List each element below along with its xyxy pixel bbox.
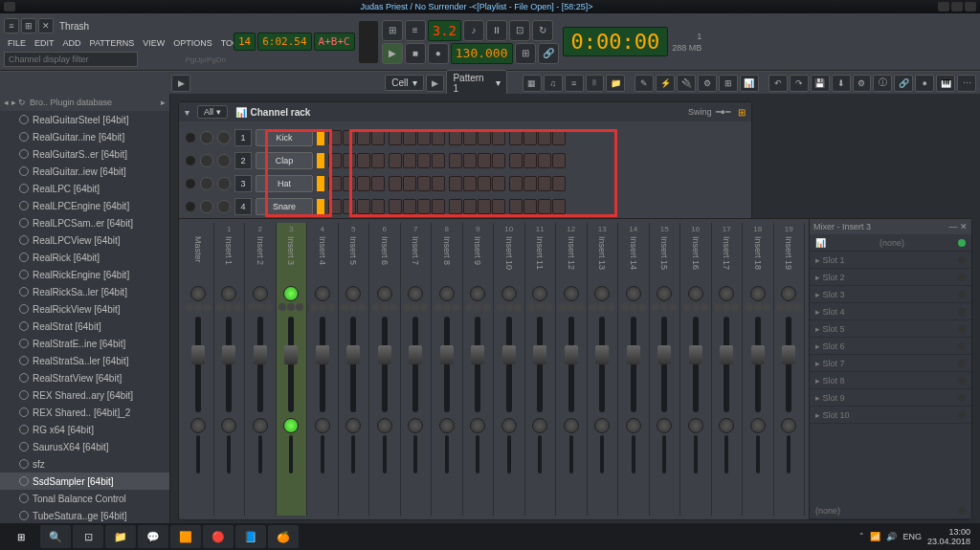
step-cell[interactable] <box>432 153 445 168</box>
step-cell[interactable] <box>552 199 566 214</box>
mixer-track[interactable]: 7Insert 7 <box>401 223 433 516</box>
close-panel-button[interactable]: ✕ <box>38 18 54 33</box>
fader[interactable] <box>475 317 480 412</box>
step-cell[interactable] <box>538 130 551 145</box>
slot-led[interactable] <box>958 411 966 419</box>
slot-led[interactable] <box>958 394 966 402</box>
menu-edit[interactable]: EDIT <box>31 36 58 50</box>
close-icon[interactable] <box>965 2 976 11</box>
mixer-track[interactable]: 2Insert 2 <box>245 223 277 516</box>
browser-item[interactable]: RealRickSa..ler [64bit] <box>0 283 169 300</box>
collapse-button[interactable]: ≡ <box>4 18 19 33</box>
slot-led[interactable] <box>958 325 966 333</box>
fl-icon[interactable]: 🍊 <box>268 525 299 548</box>
channel-number[interactable]: 4 <box>234 198 252 215</box>
step-cell[interactable] <box>449 176 462 191</box>
step-cell[interactable] <box>343 199 356 214</box>
redo-icon[interactable]: ↷ <box>790 75 809 92</box>
tray-date[interactable]: 23.04.2018 <box>927 537 970 546</box>
menu-options[interactable]: OPTIONS <box>169 36 216 50</box>
step-cell[interactable] <box>371 199 385 214</box>
step-cell[interactable] <box>343 130 356 145</box>
fader[interactable] <box>537 317 543 412</box>
mixer-icon[interactable]: ⫴ <box>586 75 605 92</box>
step-cell[interactable] <box>509 176 523 191</box>
opera-icon[interactable]: 🔴 <box>203 525 234 548</box>
mixer-track[interactable]: Master <box>183 223 214 516</box>
tray-time[interactable]: 13:00 <box>927 527 970 537</box>
tool-1-icon[interactable]: ✎ <box>635 75 654 92</box>
send-knob[interactable] <box>253 418 268 433</box>
fx-slot[interactable]: ▸ Slot 5 <box>810 320 971 338</box>
channel-selector[interactable] <box>317 153 324 168</box>
channel-vol-knob[interactable] <box>217 154 231 167</box>
step-cell[interactable] <box>552 176 566 191</box>
fader[interactable] <box>693 317 699 412</box>
fader[interactable] <box>599 317 605 412</box>
channel-pan-knob[interactable] <box>200 131 213 144</box>
fader[interactable] <box>631 317 636 412</box>
browser-item[interactable]: RealStrat [64bit] <box>0 318 169 335</box>
channel-number[interactable]: 1 <box>234 129 252 146</box>
send-knob[interactable] <box>470 418 485 433</box>
lcd-time[interactable]: 6:02.54 <box>257 33 311 51</box>
step-cell[interactable] <box>328 176 342 191</box>
slot-led[interactable] <box>958 360 966 367</box>
browser-item[interactable]: RealLPC [64bit] <box>0 180 169 197</box>
send-knob[interactable] <box>345 418 361 433</box>
channel-led[interactable] <box>185 178 196 189</box>
step-cell[interactable] <box>478 176 491 191</box>
song-mode-button[interactable]: ≡ <box>405 20 426 41</box>
browser-item[interactable]: RealStratSa..ler [64bit] <box>0 352 169 369</box>
grid-icon[interactable]: ⊞ <box>738 107 746 118</box>
pan-knob[interactable] <box>564 286 579 301</box>
save-icon[interactable]: 💾 <box>811 75 830 92</box>
channel-pan-knob[interactable] <box>200 154 213 167</box>
search-icon[interactable]: 🔍 <box>40 525 71 548</box>
browser-item[interactable]: RealRick [64bit] <box>0 249 169 266</box>
mixer-min-icon[interactable]: — ✕ <box>948 222 968 231</box>
pan-knob[interactable] <box>345 286 361 301</box>
step-cell[interactable] <box>492 153 505 168</box>
metronome-button[interactable]: ♪ <box>463 20 484 41</box>
send-knob[interactable] <box>626 418 641 433</box>
fader[interactable] <box>382 317 388 412</box>
step-cell[interactable] <box>509 199 523 214</box>
menu-view[interactable]: VIEW <box>139 36 168 50</box>
browser-item[interactable]: RealRickView [64bit] <box>0 300 169 318</box>
step-cell[interactable] <box>371 176 385 191</box>
mixer-track[interactable]: 1Insert 1 <box>214 223 246 516</box>
start-button[interactable]: ⊞ <box>4 523 38 550</box>
step-cell[interactable] <box>417 153 431 168</box>
send-knob[interactable] <box>283 418 299 433</box>
browser-item[interactable]: RG x64 [64bit] <box>0 421 169 438</box>
step-cell[interactable] <box>523 153 537 168</box>
tempo-display[interactable]: 130.000 <box>451 43 513 64</box>
tray-network-icon[interactable]: 📶 <box>870 532 880 541</box>
browser-item[interactable]: REX Shared..ary [64bit] <box>0 386 169 404</box>
mixer-track[interactable]: 3Insert 3 <box>277 223 308 516</box>
tool-4-icon[interactable]: ⚙ <box>698 75 717 92</box>
undo-icon[interactable]: ↶ <box>768 75 788 92</box>
send-knob[interactable] <box>408 418 423 433</box>
record2-icon[interactable]: ● <box>915 75 934 92</box>
browser-item[interactable]: TubeSatura..ge [64bit] <box>0 507 169 524</box>
play-button[interactable]: ▶ <box>382 43 403 64</box>
channel-rack-header[interactable]: ▾ All ▾ 📊 Channel rack Swing ━●━ ⊞ <box>179 102 751 121</box>
slot-led[interactable] <box>958 239 966 247</box>
step-cell[interactable] <box>371 153 385 168</box>
mixer-track[interactable]: 13Insert 13 <box>588 223 619 516</box>
fx-slot[interactable]: ▸ Slot 2 <box>810 269 971 286</box>
pan-knob[interactable] <box>781 286 796 301</box>
step-cell[interactable] <box>463 130 477 145</box>
play-icon[interactable]: ▶ <box>171 75 190 92</box>
fx-slot[interactable]: ▸ Slot 4 <box>810 303 971 320</box>
channel-name-button[interactable]: Hat <box>256 175 313 192</box>
channel-number[interactable]: 2 <box>234 152 252 169</box>
tool-2-icon[interactable]: ⚡ <box>656 75 675 92</box>
slot-led[interactable] <box>958 342 966 350</box>
step-cell[interactable] <box>509 153 523 168</box>
browser-icon[interactable]: 📁 <box>606 75 625 92</box>
send-knob[interactable] <box>439 418 455 433</box>
browser-nav-icon[interactable]: ◂ ▸ ↻ <box>4 98 26 107</box>
